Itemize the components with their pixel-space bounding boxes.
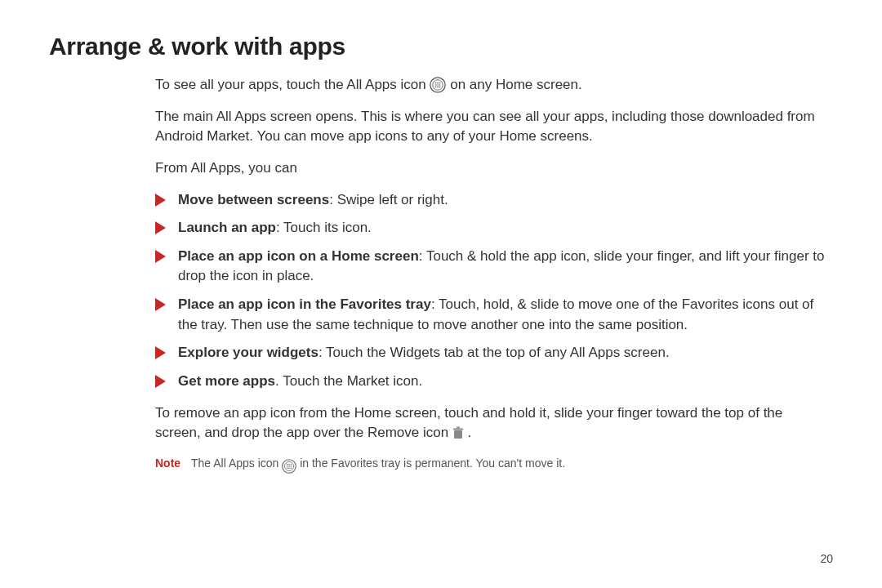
- bullet-list: Move between screens: Swipe left or righ…: [155, 190, 825, 392]
- remove-paragraph: To remove an app icon from the Home scre…: [155, 403, 825, 443]
- svg-point-22: [287, 468, 288, 470]
- body-content: To see all your apps, touch the All Apps…: [155, 75, 825, 443]
- svg-point-3: [438, 82, 439, 83]
- svg-point-8: [435, 86, 437, 87]
- list-item: Move between screens: Swipe left or righ…: [155, 190, 825, 211]
- bullet-bold: Launch an app: [178, 220, 276, 235]
- svg-point-17: [289, 464, 291, 466]
- list-item: Get more apps. Touch the Market icon.: [155, 372, 825, 392]
- svg-point-9: [438, 86, 439, 87]
- list-item: Place an app icon in the Favorites tray:…: [155, 295, 825, 335]
- svg-point-24: [291, 468, 292, 470]
- bullet-rest: : Touch the Widgets tab at the top of an…: [318, 345, 670, 360]
- svg-point-7: [439, 84, 441, 86]
- triangle-icon: [155, 250, 166, 263]
- svg-point-6: [438, 84, 439, 86]
- note-label: Note: [155, 457, 191, 470]
- list-item: Launch an app: Touch its icon.: [155, 218, 825, 238]
- bullet-bold: Move between screens: [178, 192, 329, 207]
- bullet-bold: Place an app icon on a Home screen: [178, 248, 419, 264]
- triangle-icon: [155, 375, 166, 388]
- note-text-b: in the Favorites tray is permanent. You …: [300, 457, 565, 470]
- svg-point-21: [291, 466, 292, 468]
- list-item: Place an app icon on a Home screen: Touc…: [155, 247, 825, 287]
- bullet-bold: Place an app icon in the Favorites tray: [178, 296, 431, 312]
- svg-rect-12: [453, 428, 463, 430]
- svg-point-2: [435, 82, 437, 83]
- bullet-bold: Get more apps: [178, 373, 275, 389]
- para1-part-a: To see all your apps, touch the All Apps…: [155, 77, 430, 92]
- page-number: 20: [820, 552, 833, 565]
- note-text: The All Apps icon in the Favorites tray …: [191, 455, 833, 471]
- intro-paragraph-1: To see all your apps, touch the All Apps…: [155, 75, 825, 96]
- svg-point-19: [287, 466, 288, 468]
- svg-rect-13: [457, 426, 460, 428]
- svg-point-5: [435, 84, 437, 86]
- bullet-rest: : Swipe left or right.: [329, 192, 448, 207]
- bullet-rest: : Touch its icon.: [276, 220, 372, 235]
- svg-point-10: [439, 86, 441, 87]
- para4-part-b: .: [468, 425, 472, 440]
- intro-paragraph-3: From All Apps, you can: [155, 158, 825, 179]
- triangle-icon: [155, 194, 166, 207]
- note-text-a: The All Apps icon: [191, 457, 282, 470]
- triangle-icon: [155, 221, 166, 234]
- all-apps-icon: [282, 459, 296, 474]
- trash-icon: [452, 426, 464, 439]
- document-page: Arrange & work with apps To see all your…: [0, 0, 882, 588]
- list-item: Explore your widgets: Touch the Widgets …: [155, 343, 825, 363]
- svg-point-23: [289, 468, 291, 470]
- para1-part-b: on any Home screen.: [450, 77, 582, 92]
- note-block: Note The All Apps icon in the Favorites …: [155, 455, 833, 471]
- triangle-icon: [155, 346, 166, 359]
- bullet-bold: Explore your widgets: [178, 345, 318, 360]
- triangle-icon: [155, 298, 166, 311]
- page-title: Arrange & work with apps: [49, 33, 833, 60]
- svg-rect-11: [454, 430, 462, 439]
- svg-point-16: [287, 464, 288, 466]
- svg-point-4: [439, 82, 441, 83]
- all-apps-icon: [430, 77, 446, 93]
- intro-paragraph-2: The main All Apps screen opens. This is …: [155, 107, 825, 147]
- svg-point-18: [291, 464, 292, 466]
- bullet-rest: . Touch the Market icon.: [275, 373, 422, 389]
- svg-point-20: [289, 466, 291, 468]
